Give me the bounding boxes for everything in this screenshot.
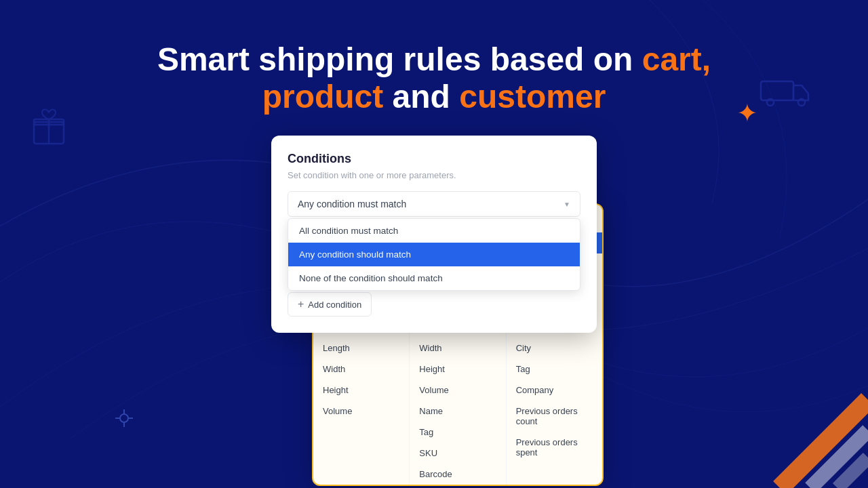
title-orange-cart: cart, — [642, 41, 711, 77]
dropdown-item-none[interactable]: None of the condition should match — [288, 266, 580, 290]
title-line2: product and customer — [0, 78, 868, 115]
dropdown-item-all[interactable]: All condition must match — [288, 219, 580, 243]
picker-item-product-volume[interactable]: Volume — [410, 380, 505, 401]
picker-item-product-width[interactable]: Width — [410, 338, 505, 359]
dropdown-menu: All condition must match Any condition s… — [288, 218, 580, 291]
dropdown-selected-value: Any condition must match — [298, 199, 406, 209]
title-orange-customer: customer — [459, 79, 606, 115]
picker-item-customer-tag[interactable]: Tag — [507, 359, 602, 380]
match-type-dropdown[interactable]: Any condition must match ▼ All condition… — [288, 191, 580, 217]
picker-item-product-barcode[interactable]: Barcode — [410, 464, 505, 485]
header: Smart shipping rules based on cart, prod… — [0, 0, 868, 115]
picker-item-customer-company[interactable]: Company — [507, 380, 602, 401]
picker-item-customer-prev-orders-spent[interactable]: Previous orders spent — [507, 432, 602, 463]
deco-stripe — [712, 373, 868, 488]
title-and: and — [383, 79, 459, 115]
add-condition-label: Add condition — [308, 300, 361, 310]
deco-crosshair-icon — [114, 408, 134, 428]
picker-item-cart-length[interactable]: Length — [313, 338, 409, 359]
picker-item-cart-volume[interactable]: Volume — [313, 401, 409, 422]
content-area: Conditions Set condition with one or mor… — [0, 136, 868, 333]
picker-item-product-sku[interactable]: SKU — [410, 443, 505, 464]
add-condition-button[interactable]: + Add condition — [288, 292, 372, 317]
picker-item-cart-height[interactable]: Height — [313, 380, 409, 401]
conditions-title: Conditions — [288, 152, 580, 166]
picker-item-product-tag[interactable]: Tag — [410, 422, 505, 443]
picker-item-product-height[interactable]: Height — [410, 359, 505, 380]
conditions-subtitle: Set condition with one or more parameter… — [288, 170, 580, 180]
title-line1: Smart shipping rules based on cart, — [0, 41, 868, 78]
picker-item-customer-prev-orders-count[interactable]: Previous orders count — [507, 401, 602, 432]
plus-icon: + — [298, 298, 304, 310]
title-text-1: Smart shipping rules based on — [157, 41, 642, 77]
title-orange-product: product — [262, 79, 384, 115]
dropdown-trigger[interactable]: Any condition must match ▼ — [288, 191, 580, 217]
conditions-card: Conditions Set condition with one or mor… — [271, 136, 597, 333]
dropdown-item-any[interactable]: Any condition should match — [288, 243, 580, 266]
chevron-down-icon: ▼ — [564, 201, 570, 208]
picker-item-product-name[interactable]: Name — [410, 401, 505, 422]
picker-item-cart-width[interactable]: Width — [313, 359, 409, 380]
picker-item-customer-city[interactable]: City — [507, 338, 602, 359]
svg-point-10 — [120, 414, 128, 422]
